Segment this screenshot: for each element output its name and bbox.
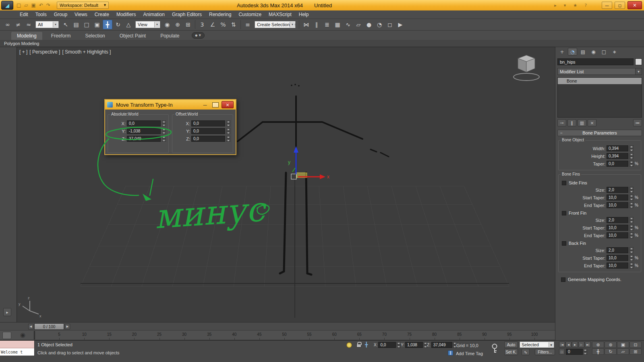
modifier-stack[interactable]: Bone: [557, 77, 642, 118]
material-editor-icon[interactable]: ●: [364, 20, 374, 29]
gizmo-y-axis[interactable]: [292, 168, 295, 172]
y-coordinate-field[interactable]: 1,038: [405, 342, 423, 348]
open-file-icon[interactable]: ▱: [24, 2, 28, 8]
toggle-layer-explorer-icon[interactable]: ≣: [322, 20, 332, 29]
set-key-button[interactable]: Set K.: [504, 349, 518, 355]
favorites-star-icon[interactable]: ★: [573, 3, 577, 8]
maximize-button[interactable]: ◻: [615, 2, 625, 9]
unlink-selection-icon[interactable]: ≠: [13, 20, 23, 29]
listener-pane[interactable]: Welcome t: [0, 348, 34, 356]
side-fins-size-field[interactable]: 2,0: [607, 187, 628, 193]
undo-icon[interactable]: ↶: [39, 2, 43, 8]
object-color-swatch[interactable]: [635, 58, 642, 65]
front-fin-end-taper-spinner[interactable]: [630, 232, 634, 238]
back-fin-size-spinner[interactable]: [630, 247, 634, 253]
dialog-titlebar[interactable]: Move Transform Type-In — ×: [105, 100, 236, 110]
front-fin-checkbox[interactable]: [562, 211, 566, 215]
front-fin-start-taper-field[interactable]: 10,0: [607, 225, 628, 231]
key-selection-combo[interactable]: Selected ▼: [520, 341, 554, 348]
ribbon-tab-modeling[interactable]: Modeling: [11, 32, 42, 40]
width-field[interactable]: 0,394: [607, 145, 628, 151]
ribbon-tab-selection[interactable]: Selection: [79, 32, 110, 40]
menu-help[interactable]: Help: [295, 11, 313, 18]
front-fin-size-field[interactable]: 2,0: [607, 217, 628, 223]
previous-frame-button[interactable]: ◀: [565, 341, 572, 348]
back-fin-checkbox[interactable]: [562, 241, 566, 246]
utilities-tab[interactable]: ∗: [610, 48, 619, 56]
macro-recorder-pane[interactable]: [0, 341, 34, 348]
absolute-mode-transform-icon[interactable]: ╋: [365, 342, 368, 348]
maximize-viewport-toggle-icon[interactable]: ⊞: [630, 348, 642, 355]
back-fin-size-field[interactable]: 2,0: [607, 247, 628, 253]
ribbon-config-button[interactable]: ●▼: [192, 32, 205, 39]
select-by-name-icon[interactable]: ▤: [71, 20, 81, 29]
absolute-y-spinner[interactable]: [162, 128, 166, 134]
current-frame-marker[interactable]: [34, 331, 35, 339]
reference-coordinate-system-combo[interactable]: View▼: [135, 21, 160, 28]
current-frame-field[interactable]: 0: [566, 349, 583, 355]
menu-create[interactable]: Create: [91, 11, 113, 18]
side-fins-start-taper-field[interactable]: 10,0: [607, 194, 628, 201]
zoom-extents-icon[interactable]: ▣: [617, 341, 629, 348]
menu-edit[interactable]: Edit: [16, 11, 32, 18]
maxscript-mini-listener[interactable]: Welcome t: [0, 341, 35, 356]
time-slider-handle[interactable]: 0 / 100: [34, 323, 64, 330]
viewport-shading-menu[interactable]: [ Smooth + Highlights ]: [62, 49, 111, 55]
dialog-restore-button[interactable]: [212, 102, 219, 108]
remove-modifier-icon[interactable]: ×: [588, 119, 596, 126]
menu-modifiers[interactable]: Modifiers: [113, 11, 140, 18]
window-crossing-toggle-icon[interactable]: ▣: [92, 20, 102, 29]
menu-customize[interactable]: Customize: [235, 11, 265, 18]
spinner-snap-toggle-icon[interactable]: ⇅: [229, 20, 238, 29]
arm-bones[interactable]: [238, 122, 362, 141]
dialog-close-button[interactable]: ×: [222, 101, 234, 108]
zoom-region-icon[interactable]: ▱: [617, 348, 629, 355]
side-fins-start-taper-spinner[interactable]: [630, 194, 634, 201]
x-spinner[interactable]: [397, 342, 401, 348]
viewport-pov-menu[interactable]: [ Perspective ]: [29, 49, 60, 55]
hierarchy-tab[interactable]: ▤: [578, 48, 588, 56]
taper-spinner[interactable]: [630, 161, 634, 167]
offset-z-field[interactable]: 0,0: [191, 136, 225, 142]
width-spinner[interactable]: [630, 145, 634, 151]
keyboard-shortcut-override-icon[interactable]: ⊞: [183, 20, 193, 29]
absolute-x-field[interactable]: 0,0: [127, 120, 161, 126]
select-and-link-icon[interactable]: ∞: [3, 20, 12, 29]
use-pivot-point-center-icon[interactable]: ◉: [162, 20, 172, 29]
selection-filter-combo[interactable]: All▼: [35, 21, 59, 28]
make-unique-icon[interactable]: ▥: [578, 119, 586, 126]
go-to-end-button[interactable]: ▶|: [585, 341, 591, 348]
absolute-y-field[interactable]: -1,038: [127, 128, 161, 134]
offset-x-field[interactable]: 0,0: [191, 120, 225, 126]
dialog-minimize-button[interactable]: —: [201, 101, 209, 108]
menu-rendering[interactable]: Rendering: [205, 11, 235, 18]
default-tangent-button[interactable]: ∿: [522, 349, 530, 355]
close-button[interactable]: ×: [627, 1, 642, 9]
menu-animation[interactable]: Animation: [140, 11, 168, 18]
save-file-icon[interactable]: ▣: [31, 2, 36, 8]
pin-stack-icon[interactable]: ⊸: [557, 119, 566, 126]
offset-y-spinner[interactable]: [226, 128, 230, 134]
edit-named-selection-sets-icon[interactable]: ≡: [243, 20, 253, 29]
select-object-icon[interactable]: ↖: [61, 20, 70, 29]
create-tab[interactable]: +: [557, 48, 567, 56]
menu-tools[interactable]: Tools: [32, 11, 50, 18]
modifier-list-dropdown[interactable]: Modifier List ▼: [557, 68, 642, 75]
curve-editor-icon[interactable]: ∿: [343, 20, 353, 29]
generate-mapping-coords-checkbox[interactable]: [561, 277, 565, 282]
help-icon[interactable]: ?: [584, 3, 587, 8]
select-and-move-icon[interactable]: ╋: [103, 20, 112, 29]
zoom-all-icon[interactable]: ⊛: [605, 341, 617, 348]
stack-item-bone[interactable]: Bone: [558, 78, 642, 84]
infocenter-toggle-icon[interactable]: ▸: [554, 3, 557, 8]
show-end-result-icon[interactable]: ‖: [567, 119, 576, 126]
offset-z-spinner[interactable]: [226, 136, 230, 142]
minimize-button[interactable]: —: [602, 2, 612, 9]
frame-spinner[interactable]: [583, 349, 587, 355]
taper-field[interactable]: 0,0: [607, 161, 628, 167]
ribbon-tab-populate[interactable]: Populate: [155, 32, 185, 40]
schematic-view-icon[interactable]: ▱: [354, 20, 363, 29]
key-mode-toggle-button[interactable]: ○: [559, 349, 565, 355]
named-selection-sets-combo[interactable]: Create Selection Set▼: [255, 21, 296, 28]
height-field[interactable]: 0,394: [607, 153, 628, 159]
